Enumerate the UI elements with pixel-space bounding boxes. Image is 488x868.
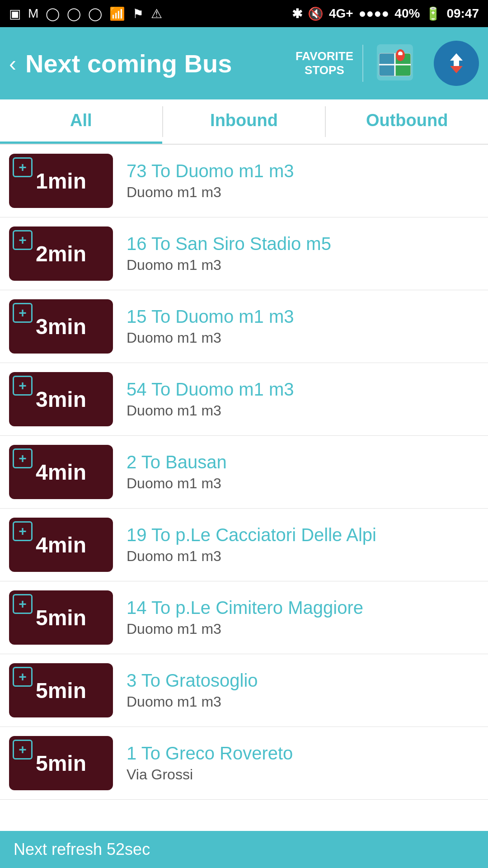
add-favorite-button[interactable]: + (13, 448, 33, 468)
plus-icon: + (19, 379, 27, 392)
bus-info: 2 To Bausan Duomo m1 m3 (122, 452, 488, 492)
bus-info: 16 To San Siro Stadio m5 Duomo m1 m3 (122, 234, 488, 274)
bus-time: 3min (36, 387, 86, 412)
svg-rect-11 (454, 61, 459, 66)
sort-button[interactable] (434, 41, 479, 86)
status-bar-left: ▣ M ◯ ◯ ◯ 📶 ⚑ ⚠ (9, 6, 162, 21)
bus-stop: Duomo m1 m3 (127, 693, 488, 710)
chrome-icon2: ◯ (67, 6, 81, 21)
bus-list-item: + 5min 1 To Greco Rovereto Via Grossi (0, 727, 488, 800)
tab-inbound[interactable]: Inbound (163, 99, 325, 144)
bus-list-item: + 5min 3 To Gratosoglio Duomo m1 m3 (0, 654, 488, 727)
mute-icon: 🔇 (308, 6, 324, 21)
bus-time: 4min (36, 533, 86, 557)
bus-time-block: + 5min (9, 736, 113, 790)
add-favorite-button[interactable]: + (13, 740, 33, 760)
bus-info: 54 To Duomo m1 m3 Duomo m1 m3 (122, 379, 488, 419)
svg-marker-10 (450, 66, 463, 73)
bus-stop: Duomo m1 m3 (127, 257, 488, 274)
bus-time-block: + 5min (9, 663, 113, 717)
battery-percent: 40% (394, 6, 420, 21)
bus-time-block: + 5min (9, 590, 113, 645)
bluetooth-icon: ✱ (292, 6, 302, 21)
bus-stop: Duomo m1 m3 (127, 475, 488, 492)
bus-info: 14 To p.Le Cimitero Maggiore Duomo m1 m3 (122, 598, 488, 637)
tab-all[interactable]: All (0, 99, 162, 144)
network-type: 4G+ (329, 6, 353, 21)
add-favorite-button[interactable]: + (13, 157, 33, 177)
bus-list-item: + 5min 14 To p.Le Cimitero Maggiore Duom… (0, 581, 488, 654)
add-favorite-button[interactable]: + (13, 594, 33, 614)
bus-route-name: 15 To Duomo m1 m3 (127, 307, 488, 327)
battery-icon: 🔋 (425, 6, 441, 21)
bus-time: 5min (36, 751, 86, 776)
bus-time: 4min (36, 460, 86, 485)
plus-icon: + (19, 452, 27, 465)
bus-time-block: + 2min (9, 226, 113, 281)
add-favorite-button[interactable]: + (13, 230, 33, 250)
bus-list: + 1min 73 To Duomo m1 m3 Duomo m1 m3 + 2… (0, 145, 488, 800)
add-favorite-button[interactable]: + (13, 521, 33, 541)
bus-stop: Duomo m1 m3 (127, 330, 488, 346)
favorite-stops-button[interactable]: FAVORITE STOPS (286, 45, 363, 82)
bus-route-name: 14 To p.Le Cimitero Maggiore (127, 598, 488, 618)
map-icon-button[interactable] (377, 44, 418, 82)
bus-list-item: + 3min 54 To Duomo m1 m3 Duomo m1 m3 (0, 363, 488, 436)
plus-icon: + (19, 306, 27, 320)
plus-icon: + (19, 524, 27, 538)
tabs-bar: All Inbound Outbound (0, 99, 488, 145)
bus-info: 3 To Gratosoglio Duomo m1 m3 (122, 670, 488, 710)
plus-icon: + (19, 233, 27, 247)
bus-time-block: + 4min (9, 445, 113, 499)
bus-stop: Duomo m1 m3 (127, 621, 488, 637)
status-bar-right: ✱ 🔇 4G+ ●●●● 40% 🔋 09:47 (292, 6, 479, 21)
bus-info: 1 To Greco Rovereto Via Grossi (122, 743, 488, 783)
bus-time: 5min (36, 678, 86, 703)
plus-icon: + (19, 743, 27, 756)
status-bar: ▣ M ◯ ◯ ◯ 📶 ⚑ ⚠ ✱ 🔇 4G+ ●●●● 40% 🔋 09:47 (0, 0, 488, 27)
gallery-icon: ▣ (9, 6, 21, 21)
plus-icon: + (19, 160, 27, 174)
add-favorite-button[interactable]: + (13, 376, 33, 396)
bus-stop: Duomo m1 m3 (127, 548, 488, 565)
clock: 09:47 (446, 6, 479, 21)
svg-marker-9 (450, 53, 463, 61)
tab-outbound[interactable]: Outbound (326, 99, 488, 144)
app-header: ‹ Next coming Bus FAVORITE STOPS (0, 27, 488, 99)
bottom-refresh-bar: Next refresh 52sec (0, 831, 488, 868)
bus-time-block: + 4min (9, 518, 113, 572)
wifi-icon: 📶 (109, 6, 125, 21)
bus-stop: Via Grossi (127, 766, 488, 783)
plus-icon: + (19, 670, 27, 684)
bus-info: 15 To Duomo m1 m3 Duomo m1 m3 (122, 307, 488, 346)
bus-route-name: 19 To p.Le Cacciatori Delle Alpi (127, 525, 488, 545)
bus-list-item: + 4min 19 To p.Le Cacciatori Delle Alpi … (0, 509, 488, 581)
add-favorite-button[interactable]: + (13, 303, 33, 323)
bus-stop: Duomo m1 m3 (127, 184, 488, 201)
bus-time: 1min (36, 169, 86, 193)
chrome-icon: ◯ (46, 6, 60, 21)
signal-bars: ●●●● (359, 6, 389, 21)
plus-icon: + (19, 597, 27, 611)
bus-time: 3min (36, 314, 86, 339)
chrome-icon3: ◯ (88, 6, 102, 21)
bus-list-item: + 1min 73 To Duomo m1 m3 Duomo m1 m3 (0, 145, 488, 217)
bus-route-name: 2 To Bausan (127, 452, 488, 472)
bus-list-item: + 4min 2 To Bausan Duomo m1 m3 (0, 436, 488, 509)
bus-route-name: 54 To Duomo m1 m3 (127, 379, 488, 400)
bus-list-item: + 3min 15 To Duomo m1 m3 Duomo m1 m3 (0, 290, 488, 363)
warning-icon: ⚠ (151, 6, 162, 21)
bus-info: 73 To Duomo m1 m3 Duomo m1 m3 (122, 161, 488, 201)
bus-route-name: 16 To San Siro Stadio m5 (127, 234, 488, 254)
bus-route-name: 3 To Gratosoglio (127, 670, 488, 691)
bus-route-name: 73 To Duomo m1 m3 (127, 161, 488, 181)
back-button[interactable]: ‹ (9, 51, 16, 76)
mail-icon: M (28, 6, 38, 21)
flag-icon: ⚑ (132, 6, 144, 21)
bus-time-block: + 3min (9, 299, 113, 354)
bus-time-block: + 3min (9, 372, 113, 426)
bus-time: 2min (36, 241, 86, 266)
bus-info: 19 To p.Le Cacciatori Delle Alpi Duomo m… (122, 525, 488, 565)
bus-time-block: + 1min (9, 154, 113, 208)
add-favorite-button[interactable]: + (13, 667, 33, 687)
